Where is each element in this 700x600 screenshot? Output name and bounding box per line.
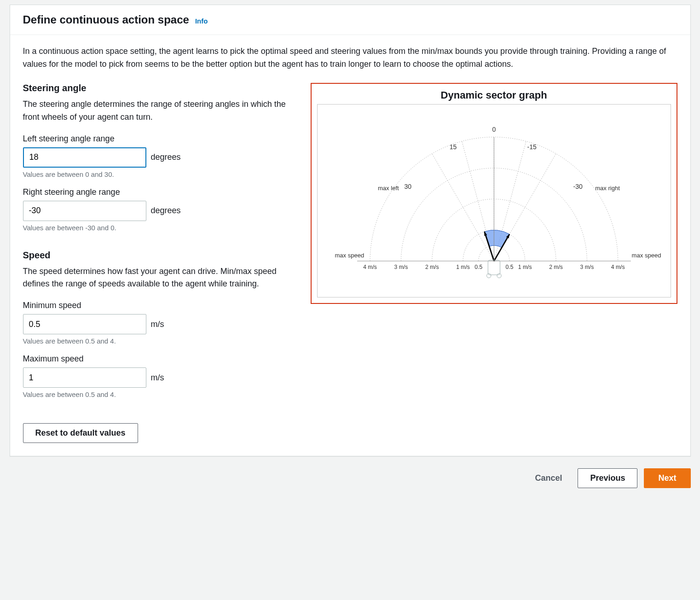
svg-text:max left: max left: [378, 184, 399, 191]
form-column: Steering angle The steering angle determ…: [23, 83, 298, 443]
diagram-box: Dynamic sector graph 30150-15-30max left…: [311, 83, 677, 304]
svg-text:3 m/s: 3 m/s: [580, 264, 594, 270]
max-speed-unit: m/s: [151, 373, 164, 383]
speed-desc: The speed determines how fast your agent…: [23, 265, 298, 291]
page-title: Define continuous action space: [23, 13, 189, 26]
left-steering-hint: Values are between 0 and 30.: [23, 170, 298, 178]
svg-text:1 m/s: 1 m/s: [456, 264, 470, 270]
svg-text:max right: max right: [595, 184, 620, 191]
reset-button[interactable]: Reset to default values: [23, 423, 138, 443]
max-speed-hint: Values are between 0.5 and 4.: [23, 390, 298, 398]
left-steering-unit: degrees: [151, 152, 181, 162]
footer-actions: Cancel Previous Next: [10, 468, 691, 488]
svg-text:4 m/s: 4 m/s: [611, 264, 625, 270]
previous-button[interactable]: Previous: [578, 468, 637, 488]
svg-text:4 m/s: 4 m/s: [363, 264, 377, 270]
right-steering-unit: degrees: [151, 206, 181, 216]
max-speed-input[interactable]: [23, 367, 146, 388]
left-steering-label: Left steering angle range: [23, 134, 298, 144]
svg-text:-30: -30: [573, 183, 582, 190]
action-space-card: Define continuous action space Info In a…: [10, 5, 691, 456]
svg-text:max speed: max speed: [631, 252, 661, 259]
cancel-button[interactable]: Cancel: [526, 469, 571, 488]
next-button[interactable]: Next: [644, 468, 690, 488]
svg-text:0.5: 0.5: [505, 264, 513, 270]
diagram-inner: 30150-15-30max leftmax rightmax speedmax…: [317, 104, 671, 297]
info-link[interactable]: Info: [195, 17, 208, 25]
svg-point-29: [486, 274, 491, 278]
diagram-title: Dynamic sector graph: [317, 89, 671, 101]
svg-rect-28: [488, 260, 500, 275]
steering-desc: The steering angle determines the range …: [23, 98, 298, 124]
left-steering-input[interactable]: [23, 147, 146, 168]
svg-text:0: 0: [492, 126, 496, 133]
min-speed-input[interactable]: [23, 314, 146, 334]
svg-text:15: 15: [449, 143, 457, 151]
intro-text: In a continuous action space setting, th…: [23, 45, 677, 71]
right-steering-hint: Values are between -30 and 0.: [23, 224, 298, 232]
steering-heading: Steering angle: [23, 83, 298, 93]
sector-graph: 30150-15-30max leftmax rightmax speedmax…: [318, 105, 671, 297]
card-body: In a continuous action space setting, th…: [10, 35, 690, 456]
svg-text:2 m/s: 2 m/s: [425, 264, 439, 270]
svg-text:30: 30: [404, 183, 411, 190]
speed-heading: Speed: [23, 250, 298, 261]
min-speed-hint: Values are between 0.5 and 4.: [23, 337, 298, 345]
right-steering-label: Right steering angle range: [23, 187, 298, 197]
svg-text:0.5: 0.5: [474, 264, 482, 270]
min-speed-unit: m/s: [151, 320, 164, 329]
diagram-column: Dynamic sector graph 30150-15-30max left…: [311, 83, 677, 443]
svg-text:-15: -15: [527, 143, 536, 151]
right-steering-input[interactable]: [23, 201, 146, 221]
svg-text:1 m/s: 1 m/s: [518, 264, 532, 270]
svg-text:2 m/s: 2 m/s: [549, 264, 563, 270]
svg-point-30: [497, 274, 501, 278]
max-speed-label: Maximum speed: [23, 354, 298, 364]
min-speed-label: Minimum speed: [23, 301, 298, 310]
card-header: Define continuous action space Info: [10, 5, 690, 35]
svg-text:3 m/s: 3 m/s: [394, 264, 408, 270]
svg-text:max speed: max speed: [335, 252, 364, 259]
